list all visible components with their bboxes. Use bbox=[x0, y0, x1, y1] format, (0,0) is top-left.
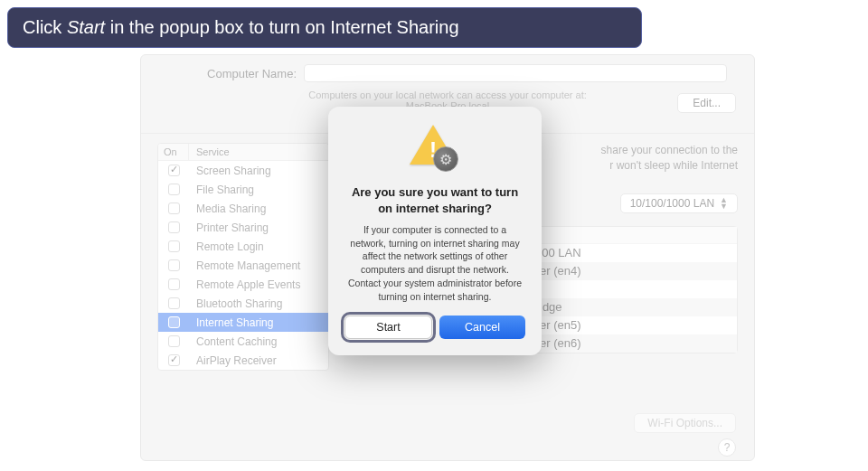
service-checkbox[interactable] bbox=[168, 184, 180, 195]
computer-name-row: Computer Name: bbox=[141, 55, 754, 86]
service-row[interactable]: Remote Management bbox=[158, 256, 328, 275]
service-checkbox[interactable] bbox=[168, 278, 180, 290]
select-arrows-icon: ▲▼ bbox=[720, 197, 728, 209]
service-row[interactable]: Content Caching bbox=[158, 332, 328, 351]
wifi-options-button[interactable]: Wi-Fi Options... bbox=[634, 413, 736, 433]
edit-button[interactable]: Edit... bbox=[677, 93, 736, 113]
instruction-em: Start bbox=[67, 17, 105, 37]
service-row[interactable]: Internet Sharing bbox=[158, 313, 328, 332]
col-on: On bbox=[158, 144, 189, 160]
service-row[interactable]: Screen Sharing bbox=[158, 161, 328, 180]
gear-icon: ⚙ bbox=[433, 146, 458, 172]
service-label: Content Caching bbox=[189, 335, 328, 348]
service-label: Remote Apple Events bbox=[189, 278, 328, 291]
service-checkbox[interactable] bbox=[168, 316, 180, 328]
service-label: Internet Sharing bbox=[189, 316, 328, 329]
service-row[interactable]: File Sharing bbox=[158, 180, 328, 199]
service-label: Printer Sharing bbox=[189, 221, 328, 234]
instruction-prefix: Click bbox=[23, 17, 67, 37]
service-label: Screen Sharing bbox=[189, 165, 328, 177]
service-checkbox[interactable] bbox=[168, 240, 180, 252]
cancel-button[interactable]: Cancel bbox=[439, 316, 525, 339]
service-row[interactable]: Bluetooth Sharing bbox=[158, 294, 328, 313]
service-row[interactable]: AirPlay Receiver bbox=[158, 351, 328, 370]
service-label: Remote Management bbox=[189, 259, 328, 272]
service-checkbox[interactable] bbox=[168, 221, 180, 233]
help-button[interactable]: ? bbox=[718, 438, 736, 457]
instruction-banner: Click Start in the popup box to turn on … bbox=[7, 7, 642, 48]
instruction-suffix: in the popup box to turn on Internet Sha… bbox=[105, 17, 458, 37]
service-checkbox[interactable] bbox=[168, 165, 180, 176]
service-checkbox[interactable] bbox=[168, 259, 180, 271]
service-label: Remote Login bbox=[189, 240, 328, 253]
service-label: Bluetooth Sharing bbox=[189, 297, 328, 310]
access-line1: Computers on your local network can acce… bbox=[141, 89, 754, 100]
service-label: Media Sharing bbox=[189, 203, 328, 215]
service-checkbox[interactable] bbox=[168, 335, 180, 347]
share-from-value: 10/100/1000 LAN bbox=[630, 197, 714, 210]
service-row[interactable]: Remote Apple Events bbox=[158, 275, 328, 294]
warning-icon: ⚙ bbox=[410, 125, 460, 175]
services-header: On Service bbox=[158, 144, 328, 161]
services-table: On Service Screen SharingFile SharingMed… bbox=[157, 143, 329, 371]
confirm-dialog: ⚙ Are you sure you want to turn on inter… bbox=[328, 107, 542, 355]
service-row[interactable]: Remote Login bbox=[158, 237, 328, 256]
computer-name-input[interactable] bbox=[304, 64, 727, 82]
dialog-body: If your computer is connected to a netwo… bbox=[344, 223, 525, 303]
service-row[interactable]: Printer Sharing bbox=[158, 218, 328, 237]
service-row[interactable]: Media Sharing bbox=[158, 199, 328, 218]
service-label: File Sharing bbox=[189, 184, 328, 196]
share-connection-select[interactable]: 10/100/1000 LAN ▲▼ bbox=[620, 193, 738, 213]
service-checkbox[interactable] bbox=[168, 297, 180, 309]
service-label: AirPlay Receiver bbox=[189, 354, 328, 367]
service-checkbox[interactable] bbox=[168, 203, 180, 214]
start-button[interactable]: Start bbox=[344, 316, 432, 339]
service-checkbox[interactable] bbox=[168, 354, 180, 366]
computer-name-label: Computer Name: bbox=[177, 67, 304, 80]
dialog-title: Are you sure you want to turn on interne… bbox=[344, 184, 525, 216]
col-service: Service bbox=[189, 144, 328, 160]
